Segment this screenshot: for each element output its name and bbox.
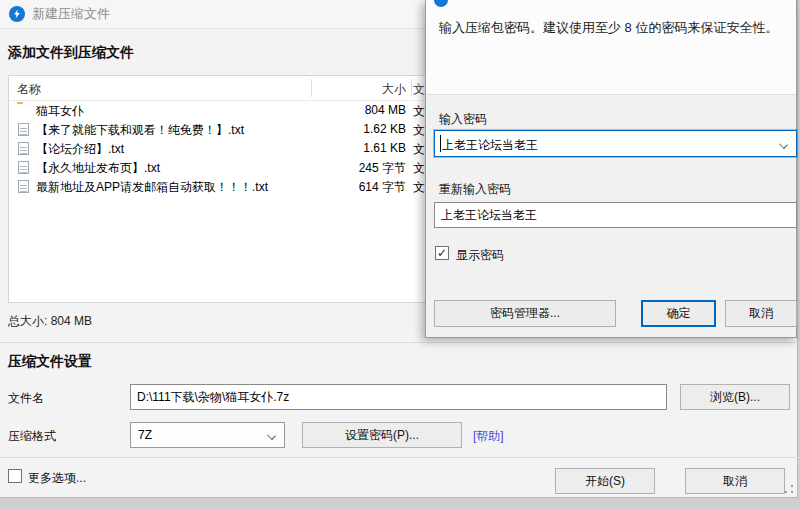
section-add-files-heading: 添加文件到压缩文件 bbox=[8, 44, 134, 62]
section-archive-settings-heading: 压缩文件设置 bbox=[8, 353, 92, 371]
confirm-password-input[interactable] bbox=[434, 202, 797, 228]
chevron-down-icon[interactable] bbox=[779, 140, 788, 149]
format-label: 压缩格式 bbox=[8, 428, 56, 445]
filename-label: 文件名 bbox=[8, 390, 44, 407]
more-options-label[interactable]: 更多选项... bbox=[28, 470, 86, 487]
file-name: 【永久地址发布页】.txt bbox=[36, 160, 160, 177]
file-type: 文 bbox=[413, 103, 425, 120]
reenter-password-label: 重新输入密码 bbox=[439, 181, 511, 198]
set-password-button[interactable]: 设置密码(P)... bbox=[302, 422, 462, 448]
text-caret bbox=[440, 135, 441, 152]
text-file-icon bbox=[18, 123, 29, 136]
text-file-icon bbox=[18, 142, 29, 155]
format-value: 7Z bbox=[138, 428, 152, 442]
help-link[interactable]: [帮助] bbox=[473, 428, 504, 445]
file-size: 245 字节 bbox=[311, 160, 406, 177]
file-size: 614 字节 bbox=[311, 179, 406, 196]
file-name: 最新地址及APP请发邮箱自动获取！！！.txt bbox=[36, 179, 268, 196]
column-header-size[interactable]: 大小 bbox=[311, 81, 406, 98]
file-size: 804 MB bbox=[311, 103, 406, 117]
bandizip-app-icon bbox=[9, 6, 25, 22]
enter-password-label: 输入密码 bbox=[439, 111, 487, 128]
browse-button[interactable]: 浏览(B)... bbox=[680, 384, 790, 410]
more-options-checkbox[interactable] bbox=[8, 469, 22, 483]
file-type: 文 bbox=[413, 160, 425, 177]
file-type: 文 bbox=[413, 122, 425, 139]
filename-input[interactable] bbox=[130, 384, 667, 410]
column-divider[interactable] bbox=[411, 79, 412, 97]
password-combobox[interactable]: 上老王论坛当老王 bbox=[434, 130, 797, 157]
bandizip-dialog-icon bbox=[434, 0, 448, 7]
file-type: 文 bbox=[413, 179, 425, 196]
show-password-label[interactable]: 显示密码 bbox=[456, 247, 504, 264]
divider bbox=[0, 342, 800, 343]
file-size: 1.62 KB bbox=[311, 122, 406, 136]
file-type: 文 bbox=[413, 141, 425, 158]
password-manager-button[interactable]: 密码管理器... bbox=[434, 300, 616, 327]
column-header-type[interactable]: 文 bbox=[413, 81, 425, 98]
column-header-name[interactable]: 名称 bbox=[17, 81, 41, 98]
divider bbox=[0, 457, 800, 458]
start-button[interactable]: 开始(S) bbox=[555, 468, 655, 494]
chevron-down-icon bbox=[267, 431, 276, 440]
text-file-icon bbox=[18, 180, 29, 193]
ok-button[interactable]: 确定 bbox=[641, 300, 716, 327]
window-title: 新建压缩文件 bbox=[32, 5, 110, 23]
file-size: 1.61 KB bbox=[311, 141, 406, 155]
cancel-button[interactable]: 取消 bbox=[685, 468, 785, 494]
dialog-message-area: 输入压缩包密码。建议使用至少 8 位的密码来保证安全性。 bbox=[426, 0, 796, 95]
text-file-icon bbox=[18, 161, 29, 174]
password-value: 上老王论坛当老王 bbox=[442, 137, 538, 154]
file-name: 猫耳女仆 bbox=[36, 103, 84, 120]
show-password-checkbox[interactable]: ✓ bbox=[435, 246, 449, 260]
password-dialog: 输入压缩包密码。建议使用至少 8 位的密码来保证安全性。 输入密码 上老王论坛当… bbox=[425, 0, 797, 338]
total-size-label: 总大小: 804 MB bbox=[8, 313, 92, 330]
format-select[interactable]: 7Z bbox=[130, 422, 285, 448]
password-instruction-text: 输入压缩包密码。建议使用至少 8 位的密码来保证安全性。 bbox=[439, 19, 787, 38]
file-name: 【来了就能下载和观看！纯免费！】.txt bbox=[36, 122, 244, 139]
file-name: 【论坛介绍】.txt bbox=[36, 141, 124, 158]
column-divider[interactable] bbox=[311, 79, 312, 97]
resize-grip[interactable] bbox=[784, 484, 793, 493]
dialog-cancel-button[interactable]: 取消 bbox=[725, 300, 797, 327]
